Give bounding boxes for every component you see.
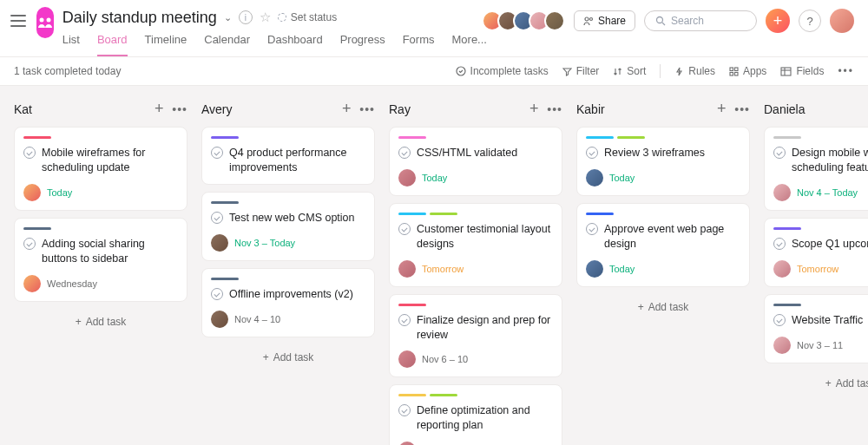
rules-button[interactable]: Rules xyxy=(674,65,715,77)
complete-check-icon[interactable] xyxy=(398,404,411,416)
task-card[interactable]: Review 3 wireframesToday xyxy=(576,127,750,196)
column-more-button[interactable]: ••• xyxy=(359,102,375,116)
assignee-avatar xyxy=(23,184,41,201)
complete-check-icon[interactable] xyxy=(586,147,598,159)
complete-check-icon[interactable] xyxy=(586,223,598,235)
tab-board[interactable]: Board xyxy=(97,33,128,56)
filter-button[interactable]: Filter xyxy=(562,65,600,77)
due-date: Nov 3 – 11 xyxy=(797,340,843,350)
due-date: Tomorrow xyxy=(422,264,464,274)
tab-more[interactable]: More... xyxy=(452,33,487,56)
task-card[interactable]: Scope Q1 upcoming workTomorrow xyxy=(764,218,868,287)
project-title[interactable]: Daily standup meeting xyxy=(62,9,217,27)
due-date: Nov 6 – 10 xyxy=(422,354,468,364)
complete-check-icon[interactable] xyxy=(211,288,223,300)
avatar xyxy=(544,10,565,31)
task-card[interactable]: Website TrafficNov 3 – 11 xyxy=(764,294,868,363)
apps-button[interactable]: Apps xyxy=(729,65,766,77)
task-card[interactable]: Q4 product performance improvements xyxy=(201,127,375,185)
task-card[interactable]: Approve event web page designToday xyxy=(576,203,750,287)
complete-check-icon[interactable] xyxy=(398,314,411,326)
complete-check-icon[interactable] xyxy=(398,147,411,159)
column-add-button[interactable]: + xyxy=(526,100,542,118)
column-more-button[interactable]: ••• xyxy=(734,102,750,116)
due-date: Wednesday xyxy=(47,278,97,289)
complete-check-icon[interactable] xyxy=(398,223,411,235)
column-more-button[interactable]: ••• xyxy=(547,102,562,116)
add-task-button[interactable]: +Add task xyxy=(576,294,750,320)
task-card[interactable]: Define optimization and reporting planNo… xyxy=(389,384,562,445)
complete-check-icon[interactable] xyxy=(23,147,36,159)
column-title[interactable]: Kabir xyxy=(576,102,708,116)
due-date: Today xyxy=(422,173,447,183)
grid-icon xyxy=(729,67,739,76)
task-card[interactable]: Test new web CMS optionNov 3 – Today xyxy=(201,192,375,261)
share-button[interactable]: Share xyxy=(574,10,635,31)
more-options[interactable]: ••• xyxy=(838,65,854,77)
task-card[interactable]: Finalize design and prep for reviewNov 6… xyxy=(389,294,562,378)
complete-check-icon[interactable] xyxy=(211,212,223,224)
complete-check-icon[interactable] xyxy=(23,238,36,250)
search-input[interactable]: Search xyxy=(644,10,757,31)
user-avatar[interactable] xyxy=(830,9,854,33)
due-date: Today xyxy=(609,173,635,183)
set-status-button[interactable]: Set status xyxy=(278,11,337,23)
add-task-button[interactable]: +Add task xyxy=(201,344,375,370)
fields-button[interactable]: Fields xyxy=(780,65,824,77)
info-icon[interactable]: i xyxy=(239,10,253,24)
due-date: Nov 4 – 10 xyxy=(234,314,280,324)
hamburger-menu[interactable] xyxy=(10,10,26,31)
incomplete-tasks-filter[interactable]: Incomplete tasks xyxy=(456,65,549,77)
tab-progress[interactable]: Progress xyxy=(340,33,385,56)
tab-calendar[interactable]: Calendar xyxy=(204,33,250,56)
tag-stripe xyxy=(398,213,426,215)
tag-stripe xyxy=(586,136,614,139)
create-button[interactable]: + xyxy=(766,9,790,33)
column-add-button[interactable]: + xyxy=(713,100,729,118)
set-status-label: Set status xyxy=(291,11,337,23)
search-placeholder: Search xyxy=(671,15,704,27)
task-card[interactable]: CSS/HTML validatedToday xyxy=(389,127,562,196)
add-task-button[interactable]: +Add task xyxy=(14,309,187,335)
add-task-button[interactable]: +Add task xyxy=(764,370,868,396)
task-title: Scope Q1 upcoming work xyxy=(792,237,868,252)
star-icon[interactable]: ☆ xyxy=(260,10,271,25)
assignee-avatar xyxy=(586,260,603,278)
tab-list[interactable]: List xyxy=(62,33,80,56)
tab-dashboard[interactable]: Dashboard xyxy=(267,33,323,56)
svg-rect-9 xyxy=(730,72,733,75)
column-more-button[interactable]: ••• xyxy=(172,102,187,116)
svg-rect-7 xyxy=(730,68,733,71)
bolt-icon xyxy=(674,67,684,76)
column-add-button[interactable]: + xyxy=(151,100,167,118)
svg-point-3 xyxy=(589,18,592,21)
people-icon xyxy=(583,16,594,26)
due-date: Tomorrow xyxy=(797,264,838,274)
chevron-down-icon[interactable]: ⌄ xyxy=(224,12,232,23)
column-title[interactable]: Ray xyxy=(389,102,521,116)
tag-stripe xyxy=(430,394,457,396)
column-title[interactable]: Daniela xyxy=(764,102,868,116)
completed-today[interactable]: 1 task completed today xyxy=(14,65,456,77)
task-card[interactable]: Mobile wireframes for scheduling updateT… xyxy=(14,127,187,211)
help-icon[interactable]: ? xyxy=(799,10,821,32)
task-title: Mobile wireframes for scheduling update xyxy=(42,146,178,175)
complete-check-icon[interactable] xyxy=(773,147,786,159)
task-title: Offline improvements (v2) xyxy=(229,287,353,302)
task-card[interactable]: Adding social sharing buttons to sidebar… xyxy=(14,218,187,302)
column-title[interactable]: Kat xyxy=(14,102,146,116)
tab-timeline[interactable]: Timeline xyxy=(145,33,187,56)
task-card[interactable]: Offline improvements (v2)Nov 4 – 10 xyxy=(201,268,375,337)
tab-forms[interactable]: Forms xyxy=(403,33,435,56)
column-title[interactable]: Avery xyxy=(201,102,333,116)
assignee-avatar xyxy=(773,184,791,201)
member-avatars[interactable] xyxy=(487,10,565,31)
svg-rect-10 xyxy=(735,72,739,75)
complete-check-icon[interactable] xyxy=(773,314,786,326)
task-card[interactable]: Customer testimonial layout designsTomor… xyxy=(389,203,562,287)
sort-button[interactable]: Sort xyxy=(613,65,646,77)
complete-check-icon[interactable] xyxy=(211,147,223,159)
task-card[interactable]: Design mobile wireframes scheduling feat… xyxy=(764,127,868,211)
column-add-button[interactable]: + xyxy=(339,100,354,118)
complete-check-icon[interactable] xyxy=(773,238,786,250)
